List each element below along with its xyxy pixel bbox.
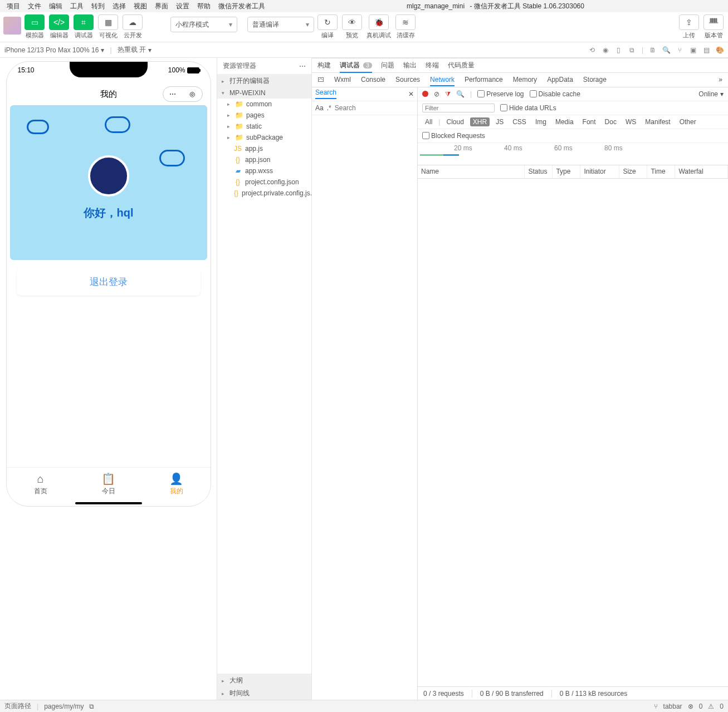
capsule-menu-icon[interactable]: ⋯ xyxy=(168,89,178,99)
chip-js[interactable]: JS xyxy=(493,117,506,126)
ext-icon[interactable]: ▣ xyxy=(689,46,697,54)
device-icon[interactable]: ▯ xyxy=(615,46,623,54)
throttling-select[interactable]: Online▾ xyxy=(698,90,724,98)
menu-view[interactable]: 视图 xyxy=(130,1,150,12)
tab-today[interactable]: 📋今日 xyxy=(75,468,143,500)
chip-cloud[interactable]: Cloud xyxy=(443,117,466,126)
chip-xhr[interactable]: XHR xyxy=(470,117,490,126)
compile-scene-select[interactable]: 普通编译▾ xyxy=(247,17,314,32)
chip-font[interactable]: Font xyxy=(580,117,599,126)
warning-icon[interactable]: ⚠ xyxy=(708,703,714,710)
file-project-config[interactable]: {}project.config.json xyxy=(217,176,311,188)
chip-all[interactable]: All xyxy=(422,117,435,126)
search-icon[interactable]: 🔍 xyxy=(456,90,465,98)
mode-select[interactable]: 小程序模式▾ xyxy=(170,17,237,32)
cloud-toggle[interactable]: ☁ xyxy=(123,14,143,30)
hide-data-urls-checkbox[interactable]: Hide data URLs xyxy=(500,104,556,112)
file-project-private[interactable]: {}project.private.config.js... xyxy=(217,188,311,199)
timeline-section[interactable]: ▸时间线 xyxy=(217,687,311,700)
filter-input[interactable] xyxy=(422,104,495,112)
layout-icon[interactable]: ▤ xyxy=(702,46,710,54)
open-editors-section[interactable]: ▸打开的编辑器 xyxy=(217,75,311,87)
git-icon[interactable]: ⑂ xyxy=(676,46,683,54)
close-icon[interactable]: ✕ xyxy=(408,90,414,98)
match-case-icon[interactable]: Aa xyxy=(315,104,324,112)
menu-interface[interactable]: 界面 xyxy=(152,1,172,12)
more-tabs-icon[interactable]: » xyxy=(719,76,722,84)
copy-icon[interactable]: ⧉ xyxy=(89,703,94,710)
tab-terminal[interactable]: 终端 xyxy=(426,58,439,72)
file-app-js[interactable]: JSapp.js xyxy=(217,143,311,154)
chip-manifest[interactable]: Manifest xyxy=(642,117,673,126)
more-icon[interactable]: ⋯ xyxy=(299,62,306,70)
preview-button[interactable]: 👁 xyxy=(342,14,362,30)
tab-output[interactable]: 输出 xyxy=(403,58,417,72)
tab-home[interactable]: ⌂首页 xyxy=(7,468,75,500)
clear-icon[interactable]: ⊘ xyxy=(434,90,439,98)
menu-file[interactable]: 文件 xyxy=(25,1,45,12)
upload-button[interactable]: ⇪ xyxy=(679,14,699,30)
chip-media[interactable]: Media xyxy=(553,117,576,126)
tab-debugger[interactable]: 调试器 3 xyxy=(340,58,372,72)
chip-doc[interactable]: Doc xyxy=(602,117,619,126)
simulator-toggle[interactable]: ▭ xyxy=(25,14,45,30)
hot-reload-select[interactable]: 热重载 开▾ xyxy=(118,45,152,55)
menu-edit[interactable]: 编辑 xyxy=(46,1,66,12)
project-avatar[interactable] xyxy=(3,17,21,35)
editor-toggle[interactable]: </> xyxy=(49,14,69,30)
regex-icon[interactable]: .* xyxy=(327,104,331,112)
visual-toggle[interactable]: ▦ xyxy=(98,14,118,30)
preserve-log-checkbox[interactable]: Preserve log xyxy=(477,90,524,98)
blocked-requests-checkbox[interactable]: Blocked Requests xyxy=(422,132,485,140)
folder-common[interactable]: ▸📁common xyxy=(217,99,311,110)
tab-memory[interactable]: Memory xyxy=(513,76,537,84)
chip-css[interactable]: CSS xyxy=(510,117,529,126)
folder-pages[interactable]: ▸📁pages xyxy=(217,110,311,121)
col-waterfall[interactable]: Waterfal xyxy=(675,165,728,178)
tab-appdata[interactable]: AppData xyxy=(547,76,573,84)
page-path[interactable]: pages/my/my xyxy=(44,703,84,710)
tab-sources[interactable]: Sources xyxy=(395,76,420,84)
col-initiator[interactable]: Initiator xyxy=(580,165,619,178)
inspect-icon[interactable]: ⮹ xyxy=(317,76,324,84)
capsule-close-icon[interactable]: ◎ xyxy=(187,89,197,99)
menu-select[interactable]: 选择 xyxy=(109,1,129,12)
git-branch-icon[interactable]: ⑂ xyxy=(654,703,658,710)
tab-wxml[interactable]: Wxml xyxy=(334,76,351,84)
menu-wxdevtools[interactable]: 微信开发者工具 xyxy=(215,1,268,12)
col-time[interactable]: Time xyxy=(647,165,675,178)
menu-tools[interactable]: 工具 xyxy=(67,1,87,12)
palette-icon[interactable]: 🎨 xyxy=(716,46,724,54)
search-tab[interactable]: Search xyxy=(315,89,336,99)
chip-other[interactable]: Other xyxy=(677,117,699,126)
chip-img[interactable]: Img xyxy=(532,117,549,126)
compile-button[interactable]: ↻ xyxy=(317,14,338,30)
version-button[interactable]: ᚙ xyxy=(703,14,724,30)
project-root[interactable]: ▾MP-WEIXIN xyxy=(217,87,311,99)
disable-cache-checkbox[interactable]: Disable cache xyxy=(530,90,580,98)
network-timeline[interactable]: 20 ms 40 ms 60 ms 80 ms xyxy=(418,143,728,165)
col-type[interactable]: Type xyxy=(553,165,580,178)
search-input[interactable] xyxy=(335,104,418,112)
outline-section[interactable]: ▸大纲 xyxy=(217,674,311,687)
clear-cache-button[interactable]: ≋ xyxy=(395,14,416,30)
col-name[interactable]: Name xyxy=(418,165,525,178)
logout-button[interactable]: 退出登录 xyxy=(17,268,201,296)
tab-network[interactable]: Network xyxy=(430,76,455,84)
file-app-wxss[interactable]: ▰app.wxss xyxy=(217,165,311,176)
menu-goto[interactable]: 转到 xyxy=(88,1,108,12)
real-debug-button[interactable]: 🐞 xyxy=(369,14,389,30)
search-icon[interactable]: 🔍 xyxy=(662,46,670,54)
tab-problems[interactable]: 问题 xyxy=(381,58,394,72)
refresh-icon[interactable]: ⟲ xyxy=(588,46,596,54)
col-size[interactable]: Size xyxy=(619,165,647,178)
menu-project[interactable]: 项目 xyxy=(3,1,23,12)
menu-help[interactable]: 帮助 xyxy=(194,1,214,12)
file-app-json[interactable]: {}app.json xyxy=(217,154,311,165)
folder-subpackage[interactable]: ▸📁subPackage xyxy=(217,132,311,143)
menu-settings[interactable]: 设置 xyxy=(173,1,193,12)
tab-performance[interactable]: Performance xyxy=(465,76,503,84)
tab-build[interactable]: 构建 xyxy=(317,58,331,72)
folder-static[interactable]: ▸📁static xyxy=(217,121,311,132)
popout-icon[interactable]: ⧉ xyxy=(628,46,636,54)
